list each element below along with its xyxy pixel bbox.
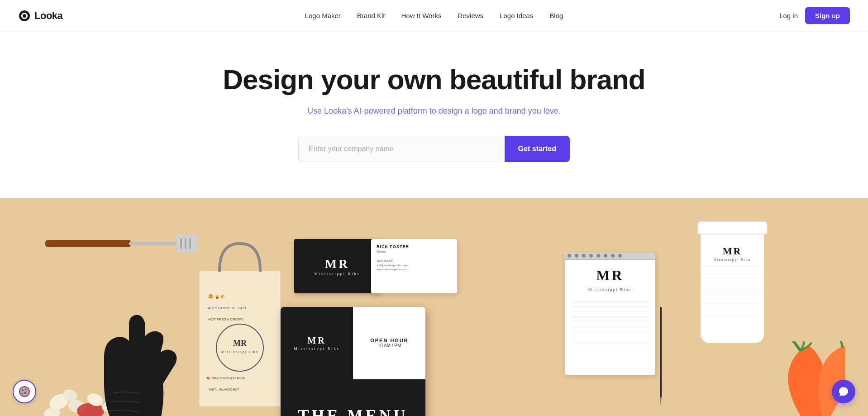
svg-text:🍔 🍟 🌮: 🍔 🍟 🌮 <box>208 294 226 299</box>
hero-form: Get started <box>298 136 570 162</box>
menu-hours-cell: OPEN HOUR 10 AM / PM <box>353 307 425 379</box>
svg-rect-3 <box>180 238 182 249</box>
notepad-line-9 <box>572 341 648 341</box>
svg-text:🍖 BBQ SMOKED RIBS: 🍖 BBQ SMOKED RIBS <box>206 376 245 380</box>
menu-content: MR Mississippi Ribs OPEN HOUR 10 AM / PM… <box>281 307 425 416</box>
hero-title: Design your own beautiful brand <box>223 63 645 96</box>
svg-point-29 <box>22 393 23 394</box>
cup-lid <box>697 221 768 234</box>
get-started-button[interactable]: Get started <box>505 136 570 162</box>
cup-mr-letters: MR <box>723 245 742 257</box>
svg-text:Mississippi Ribs: Mississippi Ribs <box>221 350 258 354</box>
notepad-lines <box>572 301 648 351</box>
nav-blog[interactable]: Blog <box>549 12 563 19</box>
notepad-line-5 <box>572 321 648 321</box>
notepad-line-10 <box>572 346 648 346</box>
svg-text:HOT FRESH CRISPY: HOT FRESH CRISPY <box>208 317 244 321</box>
cup-brand-sub: Mississippi Ribs <box>714 258 751 261</box>
signup-button[interactable]: Sign up <box>805 7 850 24</box>
tablet-menu: MR Mississippi Ribs OPEN HOUR 10 AM / PM… <box>281 307 425 416</box>
spiral-hole-2 <box>575 254 578 258</box>
notepad-line-2 <box>572 306 648 306</box>
menu-mr-logo: MR Mississippi Ribs <box>294 335 339 351</box>
showcase-section: 🍔 🍟 🌮 TASTY GOOD SOL BUR HOT FRESH CRISP… <box>0 198 868 416</box>
notepad-brand-sub: Mississippi Ribs <box>588 287 632 292</box>
svg-point-25 <box>19 387 29 397</box>
spiral-hole-5 <box>596 254 600 258</box>
login-button[interactable]: Log in <box>779 12 798 19</box>
svg-rect-4 <box>185 238 186 249</box>
card-divider <box>377 256 387 256</box>
carrots-item <box>764 341 845 416</box>
notepad-line-4 <box>572 316 648 316</box>
svg-marker-24 <box>660 397 662 406</box>
spiral-hole-7 <box>611 254 615 258</box>
spiral-hole-3 <box>582 254 586 258</box>
notepad-body: MR Mississippi Ribs <box>565 260 655 358</box>
chat-button[interactable] <box>832 380 855 403</box>
shopping-bag-item: 🍔 🍟 🌮 TASTY GOOD SOL BUR HOT FRESH CRISP… <box>195 234 285 406</box>
header: Looka Logo Maker Brand Kit How It Works … <box>0 0 868 32</box>
mr-brand-name: Mississippi Ribs <box>314 272 360 276</box>
svg-point-30 <box>26 392 27 392</box>
notepad-line-7 <box>572 331 648 331</box>
business-card-white: RICK FOSTER Owner (852) 503-524 rick@mis… <box>371 239 457 293</box>
card-person-name: RICK FOSTER <box>377 244 452 249</box>
card-website: www.mississippiribs.com <box>377 268 452 272</box>
card-email: rick@mississippiribs.com <box>377 263 452 268</box>
spatula-item <box>45 225 199 262</box>
mr-initials: MR <box>314 257 360 271</box>
hero-section: Design your own beautiful brand Use Look… <box>0 32 868 198</box>
cookie-consent-button[interactable] <box>13 380 36 403</box>
card-person-title: Owner <box>377 250 452 253</box>
chat-bubble-icon <box>838 386 849 397</box>
spiral-hole-8 <box>618 254 622 258</box>
nav-reviews[interactable]: Reviews <box>458 12 483 19</box>
menu-title-text: THE MENU <box>298 406 408 416</box>
looka-logo-icon <box>18 10 31 22</box>
pen-item <box>658 307 663 406</box>
spiral-hole-4 <box>589 254 593 258</box>
nav-logo-ideas[interactable]: Logo Ideas <box>500 12 533 19</box>
svg-text:MR: MR <box>233 339 247 348</box>
notepad-initials: MR <box>596 267 624 284</box>
cup-assembly: MR Mississippi Ribs <box>687 221 777 343</box>
svg-text:YAST... FLAVOR HOT: YAST... FLAVOR HOT <box>208 388 240 391</box>
svg-point-28 <box>24 392 26 394</box>
menu-mr-letters: MR <box>294 335 339 346</box>
svg-text:TASTY GOOD SOL BUR: TASTY GOOD SOL BUR <box>206 306 246 310</box>
card-phone: (852) 503-524 <box>377 259 452 263</box>
logo[interactable]: Looka <box>18 10 62 22</box>
company-name-input[interactable] <box>298 136 505 162</box>
hero-subtitle: Use Looka's AI-powered platform to desig… <box>307 106 561 116</box>
menu-open-label: OPEN HOUR <box>370 338 409 343</box>
mr-logo-black-card: MR Mississippi Ribs <box>314 257 360 276</box>
cup-body: MR Mississippi Ribs <box>701 234 764 343</box>
menu-title-cell: THE MENU <box>281 379 425 416</box>
notepad-item: MR Mississippi Ribs <box>565 253 655 375</box>
cup-pattern <box>701 265 764 319</box>
header-actions: Log in Sign up <box>779 7 850 24</box>
notepad-line-6 <box>572 326 648 326</box>
menu-mr-sub: Mississippi Ribs <box>294 347 339 351</box>
notepad-spiral <box>565 253 655 260</box>
svg-rect-0 <box>45 240 131 247</box>
notepad-line-3 <box>572 311 648 311</box>
nav-brand-kit[interactable]: Brand Kit <box>357 12 385 19</box>
svg-point-27 <box>25 389 27 390</box>
svg-rect-23 <box>660 307 662 397</box>
spiral-hole-1 <box>568 254 571 258</box>
logo-text: Looka <box>34 10 62 22</box>
business-card-black: MR Mississippi Ribs <box>294 239 380 293</box>
notepad-line-8 <box>572 336 648 336</box>
svg-rect-5 <box>189 238 191 249</box>
main-nav: Logo Maker Brand Kit How It Works Review… <box>305 12 563 19</box>
spiral-hole-6 <box>604 254 607 258</box>
svg-point-26 <box>22 389 24 391</box>
menu-logo-cell: MR Mississippi Ribs <box>281 307 353 379</box>
nav-logo-maker[interactable]: Logo Maker <box>305 12 341 19</box>
cookie-icon <box>19 386 30 397</box>
oven-mitt-item <box>100 311 199 416</box>
notepad-line-1 <box>572 301 648 301</box>
nav-how-it-works[interactable]: How It Works <box>401 12 442 19</box>
